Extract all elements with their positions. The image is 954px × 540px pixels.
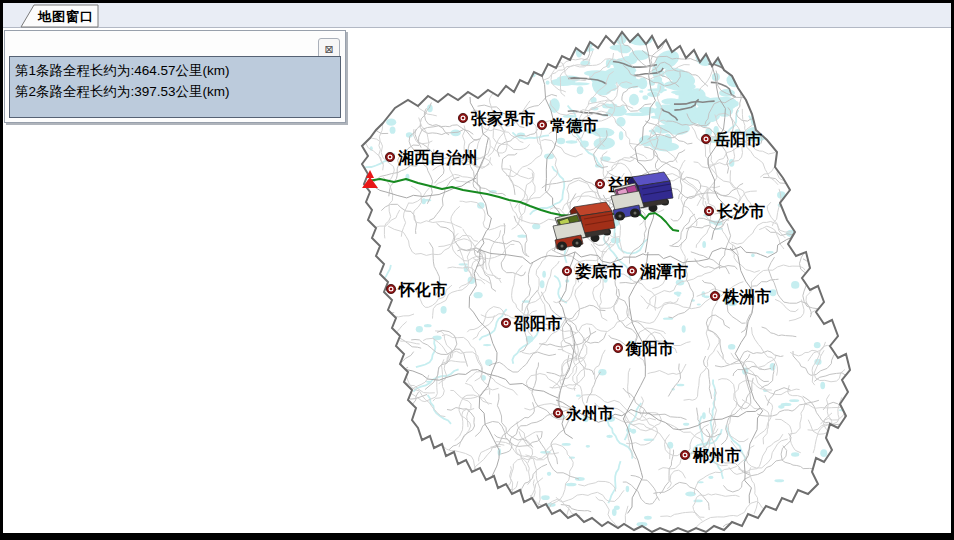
route-length-line-2: 第2条路全程长约为:397.53公里(km) (15, 81, 335, 102)
city-label: 湘潭市 (639, 262, 688, 280)
route-length-box: 第1条路全程长约为:464.57公里(km) 第2条路全程长约为:397.53公… (9, 56, 341, 118)
city-label: 株洲市 (722, 287, 771, 305)
city-label: 长沙市 (717, 202, 765, 220)
city-label: 张家界市 (470, 109, 535, 127)
city-label: 娄底市 (575, 262, 623, 280)
city-label: 岳阳市 (714, 130, 762, 148)
map-content: 湘西自治州张家界市常德市岳阳市益阳市长沙市娄底市湘潭市株洲市怀化市邵阳市衡阳市永… (3, 28, 951, 533)
city-湘西自治州[interactable]: 湘西自治州 (385, 149, 478, 166)
route-info-panel: ⊠ 第1条路全程长约为:464.57公里(km) 第2条路全程长约为:397.5… (4, 30, 346, 123)
city-label: 常德市 (550, 116, 598, 134)
city-label: 永州市 (565, 404, 614, 422)
city-label: 怀化市 (397, 280, 447, 298)
city-label: 邵阳市 (513, 314, 562, 332)
tab-strip: 地图窗口 (3, 3, 951, 28)
tab-label: 地图窗口 (38, 8, 94, 26)
route-length-line-1: 第1条路全程长约为:464.57公里(km) (15, 60, 335, 81)
city-label: 湘西自治州 (397, 149, 478, 166)
tab-map-window[interactable]: 地图窗口 (20, 4, 100, 28)
panel-close-icon: ⊠ (324, 43, 333, 55)
city-label: 衡阳市 (625, 339, 674, 357)
city-label: 郴州市 (692, 446, 741, 464)
